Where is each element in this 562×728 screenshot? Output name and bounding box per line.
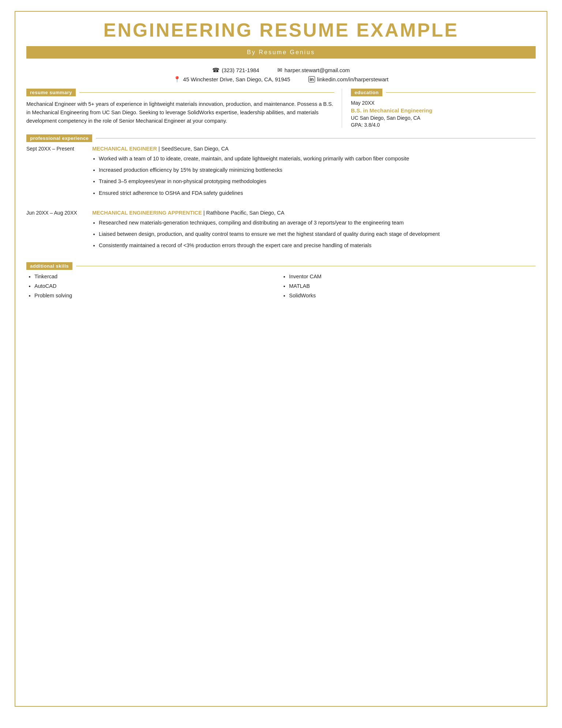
list-item: Inventor CAM [289,274,536,279]
phone-number: (323) 721-1984 [222,67,259,73]
exp-company: | Rathbone Pacific, San Diego, CA [202,210,284,216]
exp-job-title: MECHANICAL ENGINEERING APPRENTICE [92,210,202,216]
list-item: Tinkercad [34,274,281,279]
list-item: AutoCAD [34,283,281,289]
skills-label: additional skills [26,262,72,270]
experience-entry: Jun 20XX – Aug 20XXMECHANICAL ENGINEERIN… [26,210,536,253]
experience-header: professional experience [26,134,536,142]
summary-underline [79,92,334,93]
exp-dates: Jun 20XX – Aug 20XX [26,210,85,253]
experience-label: professional experience [26,134,92,142]
list-item: Increased production efficiency by 15% b… [99,166,536,174]
email-icon: ✉ [277,67,282,74]
contact-area: ☎ (323) 721-1984 ✉ harper.stewart@gmail.… [26,67,536,83]
summary-label: resume summary [26,89,76,96]
edu-gpa: GPA: 3.8/4.0 [351,122,536,128]
phone-icon: ☎ [212,67,220,74]
education-header: education [351,89,536,96]
exp-bullets: Researched new materials-generation tech… [92,219,536,250]
experience-section: professional experience Sept 20XX – Pres… [26,134,536,253]
summary-edu-section: resume summary Mechanical Engineer with … [26,89,536,128]
list-item: Trained 3–5 employees/year in non-physic… [99,177,536,186]
list-item: Problem solving [34,293,281,298]
list-item: SolidWorks [289,293,536,298]
email-contact: ✉ harper.stewart@gmail.com [277,67,350,74]
experience-entry: Sept 20XX – PresentMECHANICAL ENGINEER |… [26,146,536,200]
education-underline [386,92,536,93]
skills-grid: TinkercadAutoCADProblem solving Inventor… [26,274,536,302]
edu-degree: B.S. in Mechanical Engineering [351,107,536,114]
contact-row-2: 📍 45 Winchester Drive, San Diego, CA, 91… [26,76,536,83]
resume-container: ENGINEERING RESUME EXAMPLE By Resume Gen… [15,11,547,707]
exp-details: MECHANICAL ENGINEER | SeedSecure, San Di… [92,146,536,200]
exp-dates: Sept 20XX – Present [26,146,85,200]
education-column: education May 20XX B.S. in Mechanical En… [342,89,536,128]
exp-company: | SeedSecure, San Diego, CA [157,146,229,152]
skills-section: additional skills TinkercadAutoCADProble… [26,262,536,302]
list-item: Ensured strict adherence to OSHA and FDA… [99,189,536,197]
contact-row-1: ☎ (323) 721-1984 ✉ harper.stewart@gmail.… [26,67,536,74]
byline-bar: By Resume Genius [26,46,536,59]
education-label: education [351,89,382,96]
exp-title-line: MECHANICAL ENGINEER | SeedSecure, San Di… [92,146,536,152]
experience-underline [96,138,536,138]
skills-right-col: Inventor CAMMATLABSolidWorks [281,274,536,302]
list-item: Worked with a team of 10 to ideate, crea… [99,155,536,163]
summary-column: resume summary Mechanical Engineer with … [26,89,342,128]
exp-job-title: MECHANICAL ENGINEER [92,146,157,152]
location-icon: 📍 [173,76,181,83]
list-item: MATLAB [289,283,536,289]
phone-contact: ☎ (323) 721-1984 [212,67,259,74]
exp-title-line: MECHANICAL ENGINEERING APPRENTICE | Rath… [92,210,536,216]
skills-left-col: TinkercadAutoCADProblem solving [26,274,281,302]
page-title: ENGINEERING RESUME EXAMPLE [26,19,536,41]
exp-bullets: Worked with a team of 10 to ideate, crea… [92,155,536,197]
summary-text: Mechanical Engineer with 5+ years of exp… [26,100,334,126]
list-item: Consistently maintained a record of <3% … [99,241,536,250]
edu-date: May 20XX [351,100,536,106]
address-contact: 📍 45 Winchester Drive, San Diego, CA, 91… [173,76,290,83]
exp-details: MECHANICAL ENGINEERING APPRENTICE | Rath… [92,210,536,253]
skills-underline [76,266,536,266]
linkedin-contact: in linkedin.com/in/harperstewart [308,76,389,83]
linkedin-url: linkedin.com/in/harperstewart [317,76,389,82]
experience-entries: Sept 20XX – PresentMECHANICAL ENGINEER |… [26,146,536,253]
summary-header: resume summary [26,89,334,96]
linkedin-icon: in [308,76,315,83]
email-address: harper.stewart@gmail.com [284,67,350,73]
address-text: 45 Winchester Drive, San Diego, CA, 9194… [183,76,290,82]
list-item: Liaised between design, production, and … [99,230,536,238]
edu-school: UC San Diego, San Diego, CA [351,115,536,121]
list-item: Researched new materials-generation tech… [99,219,536,227]
skills-header: additional skills [26,262,536,270]
